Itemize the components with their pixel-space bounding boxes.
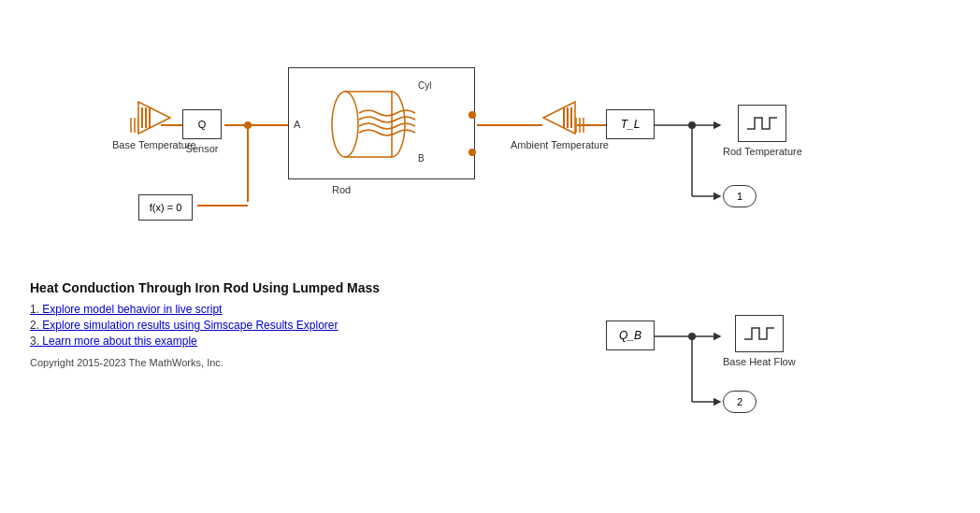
qb-block[interactable]: Q_B bbox=[606, 321, 655, 350]
svg-text:B: B bbox=[418, 153, 425, 164]
scope-waveform-2-icon bbox=[741, 321, 778, 347]
copyright-text: Copyright 2015-2023 The MathWorks, Inc. bbox=[30, 357, 380, 368]
svg-marker-38 bbox=[543, 102, 575, 134]
ambient-temperature-label: Ambient Temperature bbox=[511, 138, 609, 151]
fx-block[interactable]: f(x) = 0 bbox=[138, 194, 193, 221]
rod-block[interactable]: A Cyl B bbox=[288, 67, 475, 179]
output-1-block[interactable]: 1 bbox=[723, 185, 757, 207]
svg-point-36 bbox=[468, 111, 476, 119]
rod-interior-svg: A Cyl B bbox=[289, 68, 476, 180]
tl-box: T_L bbox=[606, 109, 655, 139]
svg-point-37 bbox=[468, 149, 476, 156]
output-1-oval: 1 bbox=[723, 185, 757, 207]
sensor-q-label: Q bbox=[198, 119, 207, 130]
output-2-block[interactable]: 2 bbox=[723, 391, 757, 413]
annotation-title: Heat Conduction Through Iron Rod Using L… bbox=[30, 280, 380, 295]
connections-svg bbox=[0, 0, 980, 513]
scope-waveform-icon bbox=[743, 110, 781, 136]
ambient-temperature-icon bbox=[541, 100, 577, 135]
annotation-item-1[interactable]: Explore model behavior in live script bbox=[30, 303, 380, 316]
output-2-label: 2 bbox=[737, 396, 742, 407]
rod-temperature-scope[interactable]: Rod Temperature bbox=[723, 105, 802, 158]
fx-label: f(x) = 0 bbox=[150, 202, 182, 213]
diagram-area: Base Temperature Q Sensor f(x) = 0 A bbox=[0, 0, 980, 513]
sensor-label: Sensor bbox=[186, 142, 219, 155]
qb-label: Q_B bbox=[619, 329, 641, 342]
ambient-temperature-block[interactable]: Ambient Temperature bbox=[511, 100, 609, 151]
scope-box-base-heat bbox=[735, 315, 784, 352]
rod-label: Rod bbox=[332, 184, 351, 195]
svg-point-17 bbox=[688, 121, 696, 129]
output-1-label: 1 bbox=[737, 191, 742, 202]
base-heat-flow-label: Base Heat Flow bbox=[723, 355, 796, 368]
annotation-item-3[interactable]: Learn more about this example bbox=[30, 335, 380, 348]
tl-block[interactable]: T_L bbox=[606, 109, 655, 139]
base-heat-flow-scope[interactable]: Base Heat Flow bbox=[723, 315, 796, 368]
annotation-area: Heat Conduction Through Iron Rod Using L… bbox=[30, 280, 380, 368]
rod-temperature-label: Rod Temperature bbox=[723, 145, 802, 158]
svg-point-16 bbox=[244, 121, 252, 129]
output-2-oval: 2 bbox=[723, 391, 757, 413]
annotation-item-2[interactable]: Explore simulation results using Simscap… bbox=[30, 319, 380, 332]
svg-text:Cyl: Cyl bbox=[418, 80, 431, 91]
qb-box: Q_B bbox=[606, 321, 655, 350]
base-temperature-icon bbox=[137, 100, 172, 135]
scope-box-rod-temp bbox=[738, 105, 786, 142]
tl-label: T_L bbox=[621, 118, 641, 131]
svg-point-32 bbox=[332, 92, 358, 157]
sensor-block[interactable]: Q Sensor bbox=[182, 109, 222, 155]
svg-point-18 bbox=[688, 333, 696, 340]
svg-marker-25 bbox=[138, 102, 170, 134]
svg-text:A: A bbox=[294, 119, 301, 130]
fx-box: f(x) = 0 bbox=[138, 194, 193, 221]
annotation-list: Explore model behavior in live script Ex… bbox=[30, 303, 380, 348]
sensor-box: Q bbox=[182, 109, 222, 139]
